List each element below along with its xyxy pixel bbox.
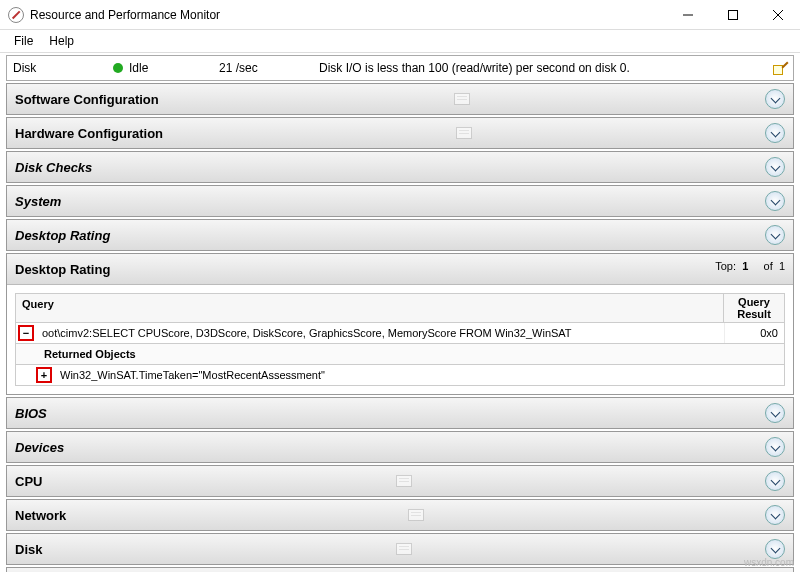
returned-object-text: Win32_WinSAT.TimeTaken="MostRecentAssess…: [54, 365, 784, 385]
table-icon: [456, 127, 472, 139]
watermark: wsxdn.com: [744, 557, 794, 568]
returned-object-row: + Win32_WinSAT.TimeTaken="MostRecentAsse…: [15, 365, 785, 386]
section-title: Desktop Rating: [15, 262, 110, 277]
section-bios[interactable]: BIOS: [6, 397, 794, 429]
close-button[interactable]: [755, 0, 800, 30]
section-desktop-rating-open: Desktop Rating Top: 1 of 1 Query Query R…: [6, 253, 794, 395]
section-title: Network: [15, 508, 66, 523]
section-cpu[interactable]: CPU: [6, 465, 794, 497]
status-description: Disk I/O is less than 100 (read/write) p…: [319, 61, 769, 75]
section-title: Disk: [15, 542, 42, 557]
section-body: Query Query Result − oot\cimv2:SELECT CP…: [7, 284, 793, 394]
chevron-down-icon[interactable]: [765, 191, 785, 211]
window-controls: [665, 0, 800, 30]
section-hardware-configuration[interactable]: Hardware Configuration: [6, 117, 794, 149]
table-icon: [408, 509, 424, 521]
chevron-down-icon[interactable]: [765, 505, 785, 525]
chevron-down-icon[interactable]: [765, 403, 785, 423]
menubar: File Help: [0, 30, 800, 53]
table-icon: [396, 543, 412, 555]
query-text: oot\cimv2:SELECT CPUScore, D3DScore, Dis…: [36, 323, 724, 343]
chevron-down-icon[interactable]: [765, 225, 785, 245]
section-system[interactable]: System: [6, 185, 794, 217]
edit-icon[interactable]: [773, 61, 787, 75]
menu-help[interactable]: Help: [41, 32, 82, 50]
section-title: Hardware Configuration: [15, 126, 163, 141]
query-header-row: Query Query Result: [15, 293, 785, 323]
query-header: Query: [16, 294, 724, 322]
query-result: 0x0: [724, 323, 784, 343]
table-icon: [454, 93, 470, 105]
returned-objects-header: Returned Objects: [15, 344, 785, 365]
minimize-button[interactable]: [665, 0, 710, 30]
app-icon: [8, 7, 24, 23]
query-result-header: Query Result: [724, 294, 784, 322]
section-title: Desktop Rating: [15, 228, 110, 243]
section-title: CPU: [15, 474, 42, 489]
chevron-down-icon[interactable]: [765, 123, 785, 143]
status-state: Idle: [129, 61, 219, 75]
status-label: Disk: [13, 61, 113, 75]
section-disk[interactable]: Disk: [6, 533, 794, 565]
expand-icon[interactable]: +: [36, 367, 52, 383]
disk-status-row: Disk Idle 21 /sec Disk I/O is less than …: [6, 55, 794, 81]
status-indicator-icon: [113, 63, 123, 73]
titlebar: Resource and Performance Monitor: [0, 0, 800, 30]
section-header[interactable]: Desktop Rating Top: 1 of 1: [7, 254, 793, 284]
chevron-down-icon[interactable]: [765, 157, 785, 177]
section-desktop-rating-collapsed[interactable]: Desktop Rating: [6, 219, 794, 251]
section-title: Software Configuration: [15, 92, 159, 107]
section-software-configuration[interactable]: Software Configuration: [6, 83, 794, 115]
chevron-down-icon[interactable]: [765, 89, 785, 109]
top-counter: Top: 1 of 1: [715, 260, 785, 278]
svg-rect-1: [728, 10, 737, 19]
section-network[interactable]: Network: [6, 499, 794, 531]
section-title: Disk Checks: [15, 160, 92, 175]
section-disk-checks[interactable]: Disk Checks: [6, 151, 794, 183]
section-title: System: [15, 194, 61, 209]
status-rate: 21 /sec: [219, 61, 319, 75]
chevron-down-icon[interactable]: [765, 437, 785, 457]
chevron-down-icon[interactable]: [765, 471, 785, 491]
window-title: Resource and Performance Monitor: [30, 8, 665, 22]
section-report-statistics[interactable]: Report Statistics: [6, 567, 794, 572]
section-title: BIOS: [15, 406, 47, 421]
maximize-button[interactable]: [710, 0, 755, 30]
collapse-icon[interactable]: −: [18, 325, 34, 341]
section-devices[interactable]: Devices: [6, 431, 794, 463]
table-icon: [396, 475, 412, 487]
menu-file[interactable]: File: [6, 32, 41, 50]
query-row: − oot\cimv2:SELECT CPUScore, D3DScore, D…: [15, 323, 785, 344]
section-title: Devices: [15, 440, 64, 455]
